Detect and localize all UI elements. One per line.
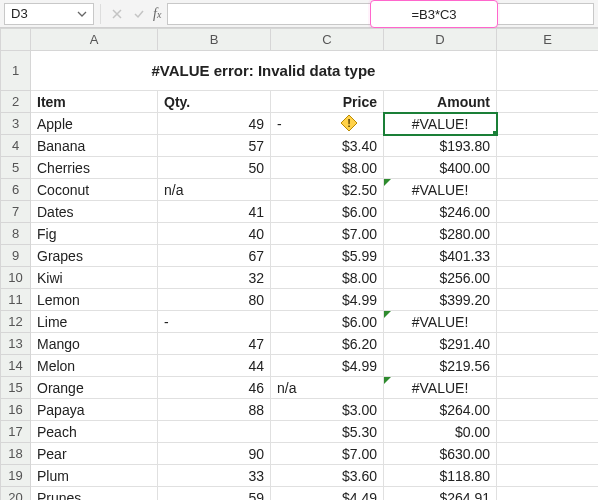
cell-E20[interactable] (497, 487, 599, 501)
row-header[interactable]: 2 (1, 91, 31, 113)
cell-E8[interactable] (497, 223, 599, 245)
cell-A8[interactable]: Fig (31, 223, 158, 245)
cell-B8[interactable]: 40 (158, 223, 271, 245)
cell-B3[interactable]: 49 (158, 113, 271, 135)
col-header-D[interactable]: D (384, 29, 497, 51)
cell-D7[interactable]: $246.00 (384, 201, 497, 223)
cell-C5[interactable]: $8.00 (271, 157, 384, 179)
cell-E10[interactable] (497, 267, 599, 289)
cell-C8[interactable]: $7.00 (271, 223, 384, 245)
cell-D17[interactable]: $0.00 (384, 421, 497, 443)
select-all-corner[interactable] (1, 29, 31, 51)
cell-B20[interactable]: 59 (158, 487, 271, 501)
cell-C12[interactable]: $6.00 (271, 311, 384, 333)
column-title-B[interactable]: Qty. (158, 91, 271, 113)
row-header[interactable]: 6 (1, 179, 31, 201)
row-header[interactable]: 17 (1, 421, 31, 443)
fx-label[interactable]: fx (153, 6, 161, 22)
cell-A3[interactable]: Apple (31, 113, 158, 135)
cell-A14[interactable]: Melon (31, 355, 158, 377)
cell-A18[interactable]: Pear (31, 443, 158, 465)
cell-A13[interactable]: Mango (31, 333, 158, 355)
row-header[interactable]: 1 (1, 51, 31, 91)
col-header-A[interactable]: A (31, 29, 158, 51)
cell-D6[interactable]: #VALUE! (384, 179, 497, 201)
row-header[interactable]: 14 (1, 355, 31, 377)
cell-D13[interactable]: $291.40 (384, 333, 497, 355)
cell-E14[interactable] (497, 355, 599, 377)
formula-input[interactable] (167, 3, 594, 25)
cell-B18[interactable]: 90 (158, 443, 271, 465)
column-title-E[interactable] (497, 91, 599, 113)
cell-B17[interactable] (158, 421, 271, 443)
row-header[interactable]: 15 (1, 377, 31, 399)
cell-D10[interactable]: $256.00 (384, 267, 497, 289)
enter-icon[interactable] (129, 4, 149, 24)
cell-B6[interactable]: n/a (158, 179, 271, 201)
cell-A20[interactable]: Prunes (31, 487, 158, 501)
cell-E5[interactable] (497, 157, 599, 179)
row-header[interactable]: 19 (1, 465, 31, 487)
column-title-A[interactable]: Item (31, 91, 158, 113)
row-header[interactable]: 4 (1, 135, 31, 157)
cell-B14[interactable]: 44 (158, 355, 271, 377)
row-header[interactable]: 8 (1, 223, 31, 245)
cell-A7[interactable]: Dates (31, 201, 158, 223)
cell-B5[interactable]: 50 (158, 157, 271, 179)
cell-B15[interactable]: 46 (158, 377, 271, 399)
spreadsheet-grid[interactable]: ABCDE 1#VALUE error: Invalid data type2I… (0, 28, 598, 500)
cell-A10[interactable]: Kiwi (31, 267, 158, 289)
cell-C14[interactable]: $4.99 (271, 355, 384, 377)
cell-D9[interactable]: $401.33 (384, 245, 497, 267)
cell-C11[interactable]: $4.99 (271, 289, 384, 311)
cell-A11[interactable]: Lemon (31, 289, 158, 311)
cell-D11[interactable]: $399.20 (384, 289, 497, 311)
cell-A19[interactable]: Plum (31, 465, 158, 487)
column-title-C[interactable]: Price (271, 91, 384, 113)
cell-E3[interactable] (497, 113, 599, 135)
cell-D15[interactable]: #VALUE! (384, 377, 497, 399)
col-header-C[interactable]: C (271, 29, 384, 51)
row-header[interactable]: 10 (1, 267, 31, 289)
row-header[interactable]: 13 (1, 333, 31, 355)
cell-D3[interactable]: #VALUE! (384, 113, 497, 135)
cell-A16[interactable]: Papaya (31, 399, 158, 421)
cell-C15[interactable]: n/a (271, 377, 384, 399)
column-title-D[interactable]: Amount (384, 91, 497, 113)
cell-D8[interactable]: $280.00 (384, 223, 497, 245)
row-header[interactable]: 3 (1, 113, 31, 135)
cell-E13[interactable] (497, 333, 599, 355)
cell-E6[interactable] (497, 179, 599, 201)
cell-C19[interactable]: $3.60 (271, 465, 384, 487)
cell-E15[interactable] (497, 377, 599, 399)
cell-D18[interactable]: $630.00 (384, 443, 497, 465)
row-header[interactable]: 11 (1, 289, 31, 311)
sheet-title[interactable]: #VALUE error: Invalid data type (31, 51, 497, 91)
cell-C7[interactable]: $6.00 (271, 201, 384, 223)
cell-D14[interactable]: $219.56 (384, 355, 497, 377)
cell-B12[interactable]: - (158, 311, 271, 333)
row-header[interactable]: 12 (1, 311, 31, 333)
cell-E11[interactable] (497, 289, 599, 311)
cell-C18[interactable]: $7.00 (271, 443, 384, 465)
cell-A5[interactable]: Cherries (31, 157, 158, 179)
cell-D20[interactable]: $264.91 (384, 487, 497, 501)
cell-C4[interactable]: $3.40 (271, 135, 384, 157)
cell-C17[interactable]: $5.30 (271, 421, 384, 443)
row-header[interactable]: 9 (1, 245, 31, 267)
cancel-icon[interactable] (107, 4, 127, 24)
cell-E16[interactable] (497, 399, 599, 421)
name-box[interactable]: D3 (4, 3, 94, 25)
row-header[interactable]: 5 (1, 157, 31, 179)
cell-E19[interactable] (497, 465, 599, 487)
row-header[interactable]: 7 (1, 201, 31, 223)
cell-C16[interactable]: $3.00 (271, 399, 384, 421)
cell-B9[interactable]: 67 (158, 245, 271, 267)
cell-D4[interactable]: $193.80 (384, 135, 497, 157)
cell-E18[interactable] (497, 443, 599, 465)
cell-A17[interactable]: Peach (31, 421, 158, 443)
cell-B11[interactable]: 80 (158, 289, 271, 311)
cell[interactable] (497, 51, 599, 91)
row-header[interactable]: 18 (1, 443, 31, 465)
cell-A4[interactable]: Banana (31, 135, 158, 157)
